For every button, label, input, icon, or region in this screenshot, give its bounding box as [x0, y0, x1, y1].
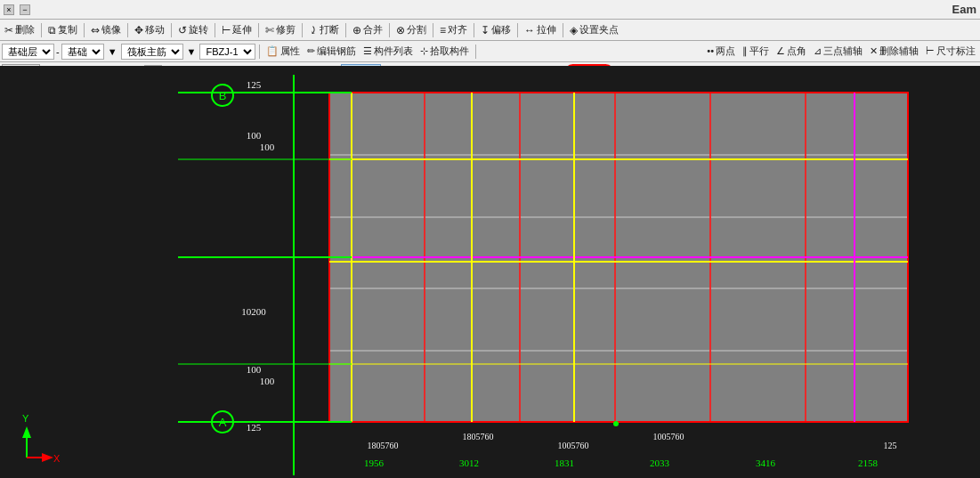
title-bar: × − Eam	[0, 0, 980, 20]
svg-text:3416: 3416	[756, 458, 776, 468]
separator	[215, 23, 215, 37]
trim-button[interactable]: ✄ 修剪	[263, 22, 298, 37]
pick-component-label: 拾取构件	[430, 45, 469, 58]
svg-text:10200: 10200	[241, 306, 266, 317]
svg-text:100: 100	[260, 142, 275, 152]
svg-text:125: 125	[247, 79, 262, 90]
svg-text:3012: 3012	[459, 458, 479, 468]
separator	[474, 23, 474, 37]
twopoint-icon: ⦁⦁	[707, 45, 714, 57]
split-icon: ⊗	[396, 24, 405, 36]
threepoint-axis-label: 三点辅轴	[823, 45, 863, 58]
svg-text:100: 100	[247, 130, 262, 141]
svg-text:X: X	[53, 453, 61, 464]
move-button[interactable]: ✥ 移动	[132, 22, 167, 37]
delete-axis-icon: ✕	[870, 45, 878, 57]
separator	[84, 23, 85, 37]
parallel-label: 平行	[749, 45, 769, 58]
pointangle-button[interactable]: ∠ 点角	[773, 44, 809, 59]
pick-component-button[interactable]: ⊹ 拾取构件	[417, 44, 472, 59]
svg-text:2158: 2158	[858, 458, 879, 468]
component-list-button[interactable]: ☰ 构件列表	[360, 44, 416, 59]
rotate-button[interactable]: ↺ 旋转	[175, 22, 211, 37]
parallel-button[interactable]: ∥ 平行	[740, 44, 772, 59]
trim-label: 修剪	[276, 23, 296, 36]
mirror-label: 镜像	[101, 23, 121, 36]
split-button[interactable]: ⊗ 分割	[393, 22, 429, 37]
delete-icon: ✂	[4, 24, 13, 36]
layer-sep: -	[56, 46, 60, 57]
dimension-icon: ⊢	[926, 45, 935, 57]
twopoint-label: 两点	[716, 45, 735, 58]
stretch-button[interactable]: ↔ 拉伸	[522, 22, 559, 37]
svg-text:1805760: 1805760	[463, 432, 494, 442]
delete-label: 删除	[15, 23, 35, 36]
eam-label: Eam	[952, 3, 976, 16]
type-select[interactable]: 基础	[61, 44, 104, 60]
edit-rebar-icon: ✏	[307, 45, 315, 57]
svg-text:A: A	[219, 416, 227, 429]
separator	[41, 23, 42, 37]
threepoint-axis-button[interactable]: ⊿ 三点辅轴	[811, 44, 865, 59]
trim-icon: ✄	[265, 24, 274, 36]
rebar-select[interactable]: 筏板主筋	[121, 44, 183, 60]
pointangle-label: 点角	[787, 45, 806, 58]
property-button[interactable]: 📋 属性	[263, 44, 303, 59]
offset-icon: ↧	[481, 24, 490, 36]
break-icon: ⤸	[309, 24, 318, 36]
svg-text:100: 100	[247, 364, 262, 375]
extend-label: 延伸	[232, 23, 252, 36]
separator	[475, 45, 476, 59]
svg-text:100: 100	[260, 376, 275, 386]
close-button[interactable]: ×	[4, 4, 14, 15]
separator	[389, 23, 390, 37]
align-button[interactable]: ≡ 对齐	[437, 22, 470, 37]
offset-button[interactable]: ↧ 偏移	[478, 22, 514, 37]
dimension-button[interactable]: ⊢ 尺寸标注	[923, 44, 978, 59]
svg-point-58	[613, 421, 619, 426]
setpoint-icon: ◈	[570, 24, 578, 36]
extend-button[interactable]: ⊢ 延伸	[219, 22, 255, 37]
threepoint-axis-icon: ⊿	[814, 45, 822, 57]
svg-text:2033: 2033	[650, 458, 670, 468]
delete-button[interactable]: ✂ 删除	[2, 22, 37, 37]
property-icon: 📋	[266, 45, 279, 57]
twopoint-button[interactable]: ⦁⦁ 两点	[704, 44, 738, 59]
move-label: 移动	[145, 23, 165, 36]
toolbar2: 基础层 - 基础 ▼ 筏板主筋 ▼ FBZJ-1 📋 属性 ✏ 编辑钢筋 ☰ 构…	[0, 41, 980, 62]
separator	[563, 23, 563, 37]
edit-rebar-button[interactable]: ✏ 编辑钢筋	[304, 44, 359, 59]
separator	[171, 23, 172, 37]
separator	[517, 23, 518, 37]
copy-button[interactable]: ⧉ 复制	[45, 22, 80, 37]
canvas-area[interactable]: B A 125 100 100 10200 100 100 125 180576…	[0, 66, 980, 478]
svg-text:1005760: 1005760	[653, 432, 684, 442]
svg-text:1805760: 1805760	[368, 441, 399, 450]
mirror-button[interactable]: ⇔ 镜像	[88, 22, 124, 37]
layer-select[interactable]: 基础层	[2, 44, 54, 60]
svg-text:1956: 1956	[364, 458, 385, 468]
code-select[interactable]: FBZJ-1	[199, 44, 255, 60]
svg-text:125: 125	[884, 441, 897, 450]
separator	[302, 23, 303, 37]
minimize-button[interactable]: −	[20, 4, 30, 15]
svg-text:Y: Y	[22, 413, 29, 424]
pointangle-icon: ∠	[776, 45, 785, 57]
stretch-icon: ↔	[524, 24, 535, 36]
svg-text:B: B	[219, 89, 227, 102]
component-list-label: 构件列表	[374, 45, 413, 58]
break-button[interactable]: ⤸ 打断	[306, 22, 342, 37]
component-list-icon: ☰	[363, 45, 372, 57]
merge-button[interactable]: ⊕ 合并	[350, 22, 385, 37]
type-sep: ▼	[108, 46, 117, 57]
break-label: 打断	[320, 23, 339, 36]
edit-rebar-label: 编辑钢筋	[317, 45, 356, 58]
delete-axis-button[interactable]: ✕ 删除辅轴	[867, 44, 921, 59]
offset-label: 偏移	[491, 23, 511, 36]
copy-icon: ⧉	[48, 24, 56, 36]
align-icon: ≡	[440, 24, 446, 36]
extend-icon: ⊢	[222, 24, 231, 36]
setpoint-button[interactable]: ◈ 设置夹点	[567, 22, 621, 37]
separator	[345, 23, 346, 37]
delete-axis-label: 删除辅轴	[879, 45, 919, 58]
